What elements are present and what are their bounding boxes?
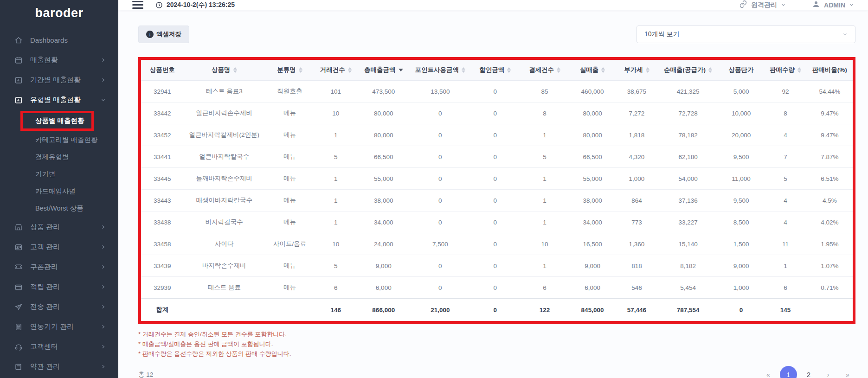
sidebar-item-label: 매출현황 [30,56,101,64]
sidebar-item[interactable]: 매출현황 [0,50,118,70]
table-cell: 0 [410,103,470,124]
excel-save-button[interactable]: ↓ 엑셀저장 [138,26,189,43]
download-icon: ↓ [146,31,154,38]
column-header[interactable]: 판매수량 [764,60,807,81]
table-cell: 4 [764,211,807,233]
table-cell: 테스트 음료3 [184,81,265,103]
table-cell: 6 [520,277,570,299]
sidebar-item[interactable]: 기간별 매출현황 [0,70,118,90]
remote-manage-dropdown[interactable]: 원격관리 [739,0,786,10]
table-cell: 37,136 [658,190,718,211]
sidebar-subitem[interactable]: 상품별 매출현황 [0,110,118,131]
page-size-select[interactable]: 10개씩 보기 [637,26,855,43]
footer-row: 총 12 «12›» [138,366,855,378]
coupon-icon [14,263,23,272]
table-cell: 6.51% [807,168,853,190]
column-header[interactable]: 실매출 [569,60,615,81]
table-cell: 메뉴 [265,211,315,233]
pagination-page-active[interactable]: 1 [780,366,797,378]
admin-user-dropdown[interactable]: ADMIN [812,0,854,10]
table-cell: 546 [616,277,658,299]
sidebar-subitem[interactable]: 카테고리별 매출현황 [0,131,118,148]
table-total-cell: 787,554 [658,299,718,321]
sidebar-item[interactable]: 고객센터 [0,337,118,357]
table-cell: 33,227 [658,211,718,233]
sidebar-item[interactable]: Dashboards [0,30,118,50]
table-cell: 0 [470,255,520,277]
table-cell: 0 [410,211,470,233]
table-cell: 5 [315,146,357,168]
table-cell: 1,000 [718,277,764,299]
column-header[interactable]: 거래건수 [315,60,357,81]
sidebar-item[interactable]: 쿠폰관리 [0,257,118,277]
column-header-label: 할인금액 [479,66,504,74]
column-header: 상품단가 [718,60,764,81]
sidebar-subitem-label: 상품별 매출현황 [20,111,94,131]
sidebar-item[interactable]: 약관 관리 [0,357,118,377]
hamburger-menu-icon[interactable] [132,1,143,9]
sidebar-item[interactable]: 적립 관리 [0,277,118,297]
store-icon [14,223,23,232]
table-cell: 0 [410,190,470,211]
table-cell: 1 [520,168,570,190]
table-cell: 13,500 [410,81,470,103]
table-total-cell: 57,446 [616,299,658,321]
sidebar-subitem[interactable]: 카드매입사별 [0,183,118,200]
sidebar-item[interactable]: 고객 관리 [0,237,118,257]
pagination-next-button[interactable]: › [820,367,836,378]
column-header[interactable]: 순매출(공급가) [658,60,718,81]
column-header[interactable]: 결제건수 [520,60,570,81]
table-cell: 바지락손수제비 [184,255,265,277]
table-cell: 메뉴 [265,168,315,190]
sidebar-item[interactable]: 상품 관리 [0,217,118,237]
column-header[interactable]: 포인트사용금액 [410,60,470,81]
table-cell: 메뉴 [265,190,315,211]
column-header-label: 결제건수 [529,66,554,74]
column-header[interactable]: 할인금액 [470,60,520,81]
sidebar-item[interactable]: 유형별 매출현황 [0,90,118,110]
table-cell: 66,500 [357,146,410,168]
sidebar-item[interactable]: 연동기기 관리 [0,317,118,337]
sidebar-item[interactable]: 전송 관리 [0,297,118,317]
column-header[interactable]: 총매출금액 [357,60,410,81]
chevron-right-icon [101,244,106,250]
table-cell: 5,454 [658,277,718,299]
pagination-first-button[interactable]: « [760,367,776,378]
table-cell: 0 [470,168,520,190]
pagination-last-button[interactable]: » [840,367,855,378]
table-cell: 55,000 [357,168,410,190]
table-cell: 6 [764,277,807,299]
sidebar-subitem[interactable]: Best/Worst 상품 [0,200,118,217]
table-total-cell: 845,000 [569,299,615,321]
table-cell: 33452 [141,124,184,146]
table-cell: 7,272 [616,103,658,124]
chevron-right-icon [101,364,106,370]
table-cell: 1 [520,211,570,233]
table-cell: 메뉴 [265,277,315,299]
brand-logo[interactable]: baroder [0,0,118,26]
table-row: 33443매생이바지락칼국수메뉴138,00000138,00086437,13… [141,190,853,211]
table-cell: 34,000 [569,211,615,233]
table-cell: 38,675 [616,81,658,103]
terms-icon [14,362,23,372]
pagination-page[interactable]: 2 [801,367,817,378]
sort-icon [646,67,649,73]
table-cell: 4 [764,190,807,211]
table-row: 33445들깨바지락손수제비메뉴155,00000155,0001,00054,… [141,168,853,190]
column-header[interactable]: 상품명 [184,60,265,81]
table-total-cell: 146 [315,299,357,321]
table-cell: 0 [410,277,470,299]
table-total-cell: 0 [718,299,764,321]
table-total-cell: 122 [520,299,570,321]
column-header[interactable]: 분류명 [265,60,315,81]
column-header[interactable]: 부가세 [616,60,658,81]
table-cell: 8 [520,103,570,124]
table-cell: 54,000 [658,168,718,190]
sidebar-subitem[interactable]: 기기별 [0,166,118,183]
table-cell: 10,000 [718,103,764,124]
table-row: 32941테스트 음료3직원호출101473,50013,500085460,0… [141,81,853,103]
sidebar-subitem[interactable]: 결제유형별 [0,148,118,166]
table-cell: 1 [764,255,807,277]
type-chart-icon [14,96,23,105]
table-cell: 9.47% [807,124,853,146]
